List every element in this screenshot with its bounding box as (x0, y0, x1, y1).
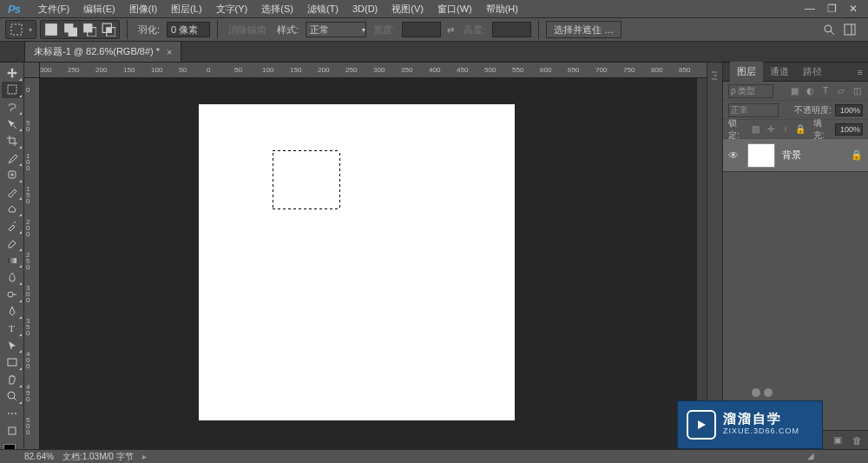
lock-position-icon[interactable]: ✛ (765, 123, 776, 136)
layer-name-label[interactable]: 背景 (782, 149, 844, 162)
svg-text:T: T (9, 323, 15, 334)
search-icon[interactable] (823, 23, 835, 36)
fill-input[interactable] (835, 123, 863, 136)
lock-icon[interactable]: 🔒 (851, 149, 863, 161)
filter-image-icon[interactable]: ▦ (788, 85, 800, 97)
quick-selection-tool[interactable] (2, 116, 23, 133)
height-input (492, 22, 531, 37)
left-toolbar: T ⋯ (0, 63, 24, 463)
new-selection-icon[interactable] (44, 23, 58, 36)
menu-layer[interactable]: 图层(L) (164, 1, 208, 17)
status-menu-icon[interactable]: ▸ (142, 452, 147, 461)
panel-menu-icon[interactable]: ≡ (852, 67, 868, 77)
fill-label: 填充: (813, 117, 832, 142)
edit-toolbar-icon[interactable] (2, 422, 23, 440)
crop-tool[interactable] (2, 132, 23, 149)
document-canvas[interactable] (199, 104, 515, 420)
menu-edit[interactable]: 编辑(E) (76, 1, 122, 17)
ruler-horizontal[interactable]: 3002502001501005005010015020025030035040… (40, 63, 707, 78)
marquee-tool[interactable] (2, 82, 23, 99)
tab-paths[interactable]: 路径 (796, 62, 829, 82)
delete-layer-icon[interactable]: 🗑 (851, 435, 863, 446)
zoom-level[interactable]: 82.64% (24, 452, 54, 461)
svg-point-22 (8, 392, 15, 399)
menu-help[interactable]: 帮助(H) (479, 1, 525, 17)
gradient-tool[interactable] (2, 252, 23, 269)
workspace-icon[interactable] (844, 23, 856, 36)
visibility-toggle-icon[interactable]: 👁 (728, 149, 740, 162)
history-brush-tool[interactable] (2, 217, 23, 235)
svg-line-23 (14, 398, 16, 400)
add-selection-icon[interactable] (63, 23, 77, 36)
dodge-tool[interactable] (2, 286, 23, 303)
svg-point-18 (8, 292, 13, 297)
tab-layers[interactable]: 图层 (730, 62, 763, 82)
svg-rect-21 (8, 359, 16, 366)
watermark-title: 溜溜自学 (723, 413, 799, 425)
menu-3d[interactable]: 3D(D) (345, 2, 385, 16)
intersect-selection-icon[interactable] (102, 23, 115, 36)
layer-row[interactable]: 👁 背景 🔒 (723, 139, 868, 172)
chevron-down-icon: ▾ (362, 26, 365, 34)
divider (217, 20, 218, 39)
close-icon[interactable]: × (167, 47, 172, 57)
pen-tool[interactable] (2, 303, 23, 321)
resize-grip-icon[interactable]: ◢ (807, 451, 833, 463)
svg-point-9 (825, 25, 832, 32)
filter-adjust-icon[interactable]: ◐ (804, 85, 816, 97)
svg-rect-8 (107, 28, 112, 33)
tab-channels[interactable]: 通道 (763, 62, 796, 82)
refine-edge-button[interactable]: 选择并遮住 … (546, 21, 621, 38)
opacity-input[interactable] (835, 104, 863, 116)
window-restore-icon[interactable]: ❐ (827, 3, 837, 15)
menu-image[interactable]: 图像(I) (122, 1, 164, 17)
app-logo: Ps (5, 0, 23, 17)
vertical-scrollbar[interactable] (696, 78, 707, 453)
subtract-selection-icon[interactable] (82, 23, 96, 36)
menu-select[interactable]: 选择(S) (254, 1, 300, 17)
ruler-vertical[interactable]: 05 01 0 01 5 02 0 02 5 03 0 03 5 04 0 04… (24, 78, 40, 453)
type-tool[interactable]: T (2, 320, 23, 337)
layer-filter-select[interactable]: ρ 类型 (728, 84, 773, 98)
toolbar-more[interactable]: ⋯ (2, 405, 23, 422)
status-bar: 82.64% 文档:1.03M/0 字节 ▸ ◢ (0, 449, 868, 463)
clone-stamp-tool[interactable] (2, 201, 23, 218)
eyedropper-tool[interactable] (2, 149, 23, 167)
svg-rect-11 (845, 24, 855, 35)
zoom-tool[interactable] (2, 388, 23, 406)
width-input (402, 22, 441, 37)
menu-file[interactable]: 文件(F) (31, 1, 76, 17)
menu-filter[interactable]: 滤镜(T) (300, 1, 345, 17)
lock-artboard-icon[interactable]: ↕ (780, 123, 792, 136)
move-tool[interactable] (2, 64, 23, 82)
lock-pixels-icon[interactable]: ▨ (750, 123, 761, 136)
hand-tool[interactable] (2, 371, 23, 388)
lock-all-icon[interactable]: 🔒 (795, 123, 806, 136)
svg-rect-24 (9, 427, 16, 434)
menu-type[interactable]: 文字(Y) (209, 1, 255, 17)
dock-icon[interactable] (708, 69, 722, 83)
filter-smart-icon[interactable]: ◫ (851, 85, 863, 97)
blend-mode-select[interactable]: 正常 (728, 103, 779, 117)
new-layer-icon[interactable]: ▣ (832, 434, 844, 446)
layer-thumbnail[interactable] (747, 143, 775, 168)
marquee-selection[interactable] (273, 150, 340, 209)
rectangle-shape-tool[interactable] (2, 354, 23, 371)
eraser-tool[interactable] (2, 235, 23, 252)
style-select[interactable]: 正常▾ (306, 22, 366, 37)
menu-window[interactable]: 窗口(W) (431, 1, 479, 17)
brush-tool[interactable] (2, 183, 23, 201)
lasso-tool[interactable] (2, 98, 23, 116)
tool-preset[interactable]: ▾ (5, 20, 36, 39)
menu-view[interactable]: 视图(V) (385, 1, 431, 17)
path-selection-tool[interactable] (2, 337, 23, 354)
window-close-icon[interactable]: ✕ (849, 3, 858, 15)
healing-brush-tool[interactable] (2, 167, 23, 184)
filter-type-icon[interactable]: T (819, 85, 832, 97)
filter-shape-icon[interactable]: ▱ (835, 85, 847, 97)
document-tab[interactable]: 未标题-1 @ 82.6%(RGB/8#) * × (24, 41, 181, 62)
doc-info[interactable]: 文档:1.03M/0 字节 (62, 451, 134, 463)
feather-input[interactable] (167, 22, 210, 37)
window-minimize-icon[interactable]: — (805, 3, 815, 15)
blur-tool[interactable] (2, 268, 23, 286)
